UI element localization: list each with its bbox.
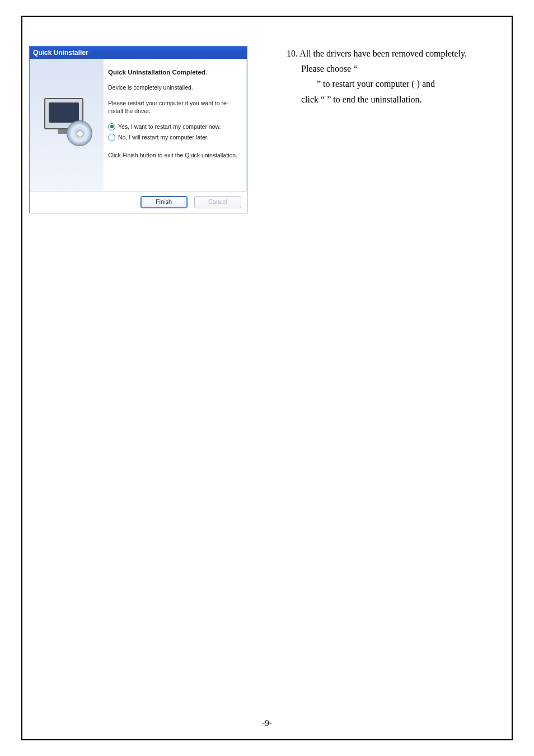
instruction-line: ” to restart your computer ( — [317, 79, 415, 88]
instruction-line: click “ — [301, 95, 325, 104]
page-number: -9- — [0, 718, 534, 728]
radio-icon — [108, 123, 115, 130]
dialog-button-bar: Finish Cancel — [30, 191, 247, 213]
dialog-titlebar[interactable]: Quick Uninstaller — [30, 46, 247, 59]
dialog-text-2: Please restart your computer if you want… — [108, 99, 240, 115]
instruction-line: ) and — [417, 79, 435, 88]
dialog-text-1: Device is completely uninstalled. — [108, 83, 240, 91]
instruction-line: ” to end the uninstallation. — [327, 95, 421, 104]
radio-label: Yes, I want to restart my computer now. — [118, 123, 221, 130]
instruction-line: All the drivers have been removed comple… — [299, 49, 467, 58]
dialog-heading: Quick Uninstallation Completed. — [108, 69, 240, 76]
instruction-text: 10. All the drivers have been removed co… — [287, 46, 522, 107]
cancel-button: Cancel — [194, 196, 241, 208]
radio-restart-now[interactable]: Yes, I want to restart my computer now. — [108, 123, 240, 130]
dialog-text-3: Click Finish button to exit the Quick un… — [108, 151, 240, 159]
disc-icon — [67, 120, 92, 146]
radio-label: No, I will restart my computer later. — [118, 134, 209, 141]
finish-button[interactable]: Finish — [140, 196, 188, 208]
dialog-title: Quick Uninstaller — [33, 49, 88, 57]
step-number: 10. — [287, 49, 298, 58]
quick-uninstaller-dialog: Quick Uninstaller Quick Uninstallation C… — [29, 46, 247, 213]
radio-icon — [108, 134, 115, 141]
dialog-sidebar-image — [30, 59, 104, 191]
instruction-line: Please choose “ — [301, 64, 357, 73]
radio-restart-later[interactable]: No, I will restart my computer later. — [108, 134, 240, 141]
